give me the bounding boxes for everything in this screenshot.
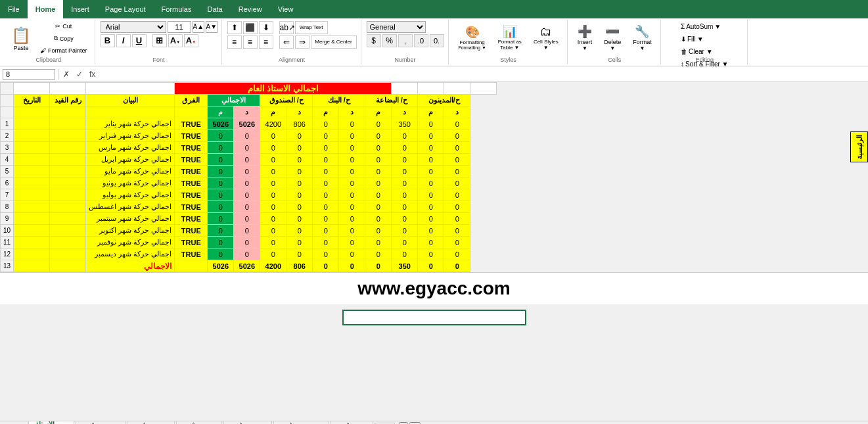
cell-madeenun-d[interactable]: 0 xyxy=(444,166,470,177)
cell-sunduq-d[interactable]: 0 xyxy=(286,177,313,189)
cell-raqm[interactable] xyxy=(50,225,86,237)
cell-ijmali-m[interactable]: 0 xyxy=(208,154,234,166)
cell-bayan[interactable]: اجمالي حركة شهر مايو xyxy=(86,166,175,177)
cell-tarikh[interactable] xyxy=(14,213,50,225)
cell-tarikh[interactable] xyxy=(14,201,50,213)
font-size-decrease-button[interactable]: A▼ xyxy=(206,21,217,33)
cell-bank-d[interactable]: 0 xyxy=(339,130,365,142)
cell-madeenun-m[interactable]: 0 xyxy=(418,213,444,225)
cell-tarikh[interactable] xyxy=(14,118,50,130)
cell-farq[interactable]: TRUE xyxy=(175,189,208,201)
cell-bank-m[interactable]: 0 xyxy=(313,225,339,237)
cell-sunduq-m[interactable]: 4200 xyxy=(260,118,286,130)
cell-farq[interactable]: TRUE xyxy=(175,154,208,166)
table-row[interactable]: 12 اجمالي حركة شهر ديسمبر TRUE 0 0 0 0 0… xyxy=(1,248,497,260)
cell-ijmali-d[interactable]: 0 xyxy=(234,237,260,248)
table-row[interactable]: 3 اجمالي حركة شهر مارس TRUE 0 0 0 0 0 0 … xyxy=(1,142,497,154)
cell-bida3a-m[interactable]: 0 xyxy=(365,154,392,166)
cell-raqm[interactable] xyxy=(50,201,86,213)
cell-bank-d[interactable]: 0 xyxy=(339,213,365,225)
cell-sunduq-m[interactable]: 0 xyxy=(260,154,286,166)
tab-insert[interactable]: Insert xyxy=(63,0,97,18)
cell-farq[interactable]: TRUE xyxy=(175,225,208,237)
format-painter-button[interactable]: 🖌 Format Painter xyxy=(37,45,91,56)
cell-madeenun-d[interactable]: 0 xyxy=(444,118,470,130)
cell-madeenun-d[interactable]: 0 xyxy=(444,177,470,189)
cell-sunduq-m[interactable]: 0 xyxy=(260,142,286,154)
tab-file[interactable]: File xyxy=(0,0,28,18)
cell-ijmali-d[interactable]: 5026 xyxy=(234,118,260,130)
cell-bida3a-d[interactable]: 0 xyxy=(392,225,418,237)
table-row[interactable]: 11 اجمالي حركة شهر نوفمبر TRUE 0 0 0 0 0… xyxy=(1,237,497,248)
cell-farq[interactable]: TRUE xyxy=(175,130,208,142)
align-middle-button[interactable]: ⬛ xyxy=(243,21,258,34)
sheet-tab-شهر-ديسمبر[interactable]: شهر ديسمبر xyxy=(76,421,126,424)
cell-bayan[interactable]: اجمالي حركة شهر يناير xyxy=(86,118,175,130)
align-right-button[interactable]: ≡ xyxy=(259,35,273,49)
cell-bida3a-m[interactable]: 0 xyxy=(365,248,392,260)
cell-ijmali-m[interactable]: 0 xyxy=(208,213,234,225)
cell-ijmali-m[interactable]: 0 xyxy=(208,189,234,201)
cell-raqm[interactable] xyxy=(50,213,86,225)
cell-bank-d[interactable]: 0 xyxy=(339,201,365,213)
table-row[interactable]: 4 اجمالي حركة شهر ابريل TRUE 0 0 0 0 0 0… xyxy=(1,154,497,166)
cell-sunduq-d[interactable]: 0 xyxy=(286,201,313,213)
cell-sunduq-m[interactable]: 0 xyxy=(260,177,286,189)
name-box[interactable] xyxy=(3,69,55,80)
cell-bayan[interactable]: اجمالي حركة شهر ديسمبر xyxy=(86,248,175,260)
copy-button[interactable]: ⧉ Copy xyxy=(37,33,91,44)
table-row[interactable]: 10 اجمالي حركة شهر اكتوبر TRUE 0 0 0 0 0… xyxy=(1,225,497,237)
cell-bayan[interactable]: اجمالي حركة شهر ابريل xyxy=(86,154,175,166)
cell-madeenun-d[interactable]: 0 xyxy=(444,189,470,201)
cell-madeenun-d[interactable]: 0 xyxy=(444,213,470,225)
conditional-formatting-button[interactable]: 🎨 Formatting Formatting ▼ xyxy=(454,23,491,52)
cell-madeenun-d[interactable]: 0 xyxy=(444,154,470,166)
clear-button[interactable]: 🗑Clear ▼ xyxy=(677,46,716,57)
cell-madeenun-m[interactable]: 0 xyxy=(418,118,444,130)
fill-button[interactable]: ⬇Fill▼ xyxy=(677,34,707,45)
cell-madeenun-m[interactable]: 0 xyxy=(418,166,444,177)
comma-button[interactable]: , xyxy=(398,34,413,47)
cell-raqm[interactable] xyxy=(50,130,86,142)
cell-madeenun-m[interactable]: 0 xyxy=(418,130,444,142)
cell-sunduq-m[interactable]: 0 xyxy=(260,225,286,237)
cell-bida3a-d[interactable]: 0 xyxy=(392,177,418,189)
cell-bank-m[interactable]: 0 xyxy=(313,201,339,213)
cell-bank-d[interactable]: 0 xyxy=(339,154,365,166)
format-button[interactable]: 🔧 Format ▼ xyxy=(628,22,656,53)
tab-view[interactable]: View xyxy=(270,0,302,18)
paste-button[interactable]: 📋 Paste xyxy=(7,24,35,53)
cell-ijmali-m[interactable]: 0 xyxy=(208,225,234,237)
format-as-table-button[interactable]: 📊 Format as Table ▼ xyxy=(493,22,526,53)
formula-input[interactable] xyxy=(100,70,865,78)
cell-bank-d[interactable]: 0 xyxy=(339,189,365,201)
number-format-select[interactable]: General xyxy=(367,21,426,33)
cell-bank-m[interactable]: 0 xyxy=(313,237,339,248)
cell-raqm[interactable] xyxy=(50,142,86,154)
cell-bayan[interactable]: اجمالي حركة شهر فبراير xyxy=(86,130,175,142)
cell-bank-d[interactable]: 0 xyxy=(339,142,365,154)
table-row[interactable]: 5 اجمالي حركة شهر مايو TRUE 0 0 0 0 0 0 … xyxy=(1,166,497,177)
cell-raqm[interactable] xyxy=(50,154,86,166)
table-row[interactable]: 7 اجمالي حركة شهر يوليو TRUE 0 0 0 0 0 0… xyxy=(1,189,497,201)
cell-sunduq-m[interactable]: 0 xyxy=(260,213,286,225)
autosum-button[interactable]: ΣAutoSum▼ xyxy=(677,21,724,32)
cell-bank-m[interactable]: 0 xyxy=(313,213,339,225)
cell-bida3a-m[interactable]: 0 xyxy=(365,166,392,177)
cell-bank-m[interactable]: 0 xyxy=(313,118,339,130)
cell-bida3a-d[interactable]: 0 xyxy=(392,130,418,142)
cell-tarikh[interactable] xyxy=(14,237,50,248)
font-size-increase-button[interactable]: A▲ xyxy=(193,21,204,33)
cell-sunduq-d[interactable]: 0 xyxy=(286,225,313,237)
align-center-button[interactable]: ≡ xyxy=(243,35,258,49)
sheet-tab-شهر-نوفمبر[interactable]: شهر نوفمبر xyxy=(127,421,175,424)
table-row[interactable]: 6 اجمالي حركة شهر يونيو TRUE 0 0 0 0 0 0… xyxy=(1,177,497,189)
cell-bank-m[interactable]: 0 xyxy=(313,154,339,166)
cell-ijmali-d[interactable]: 0 xyxy=(234,225,260,237)
cell-raqm[interactable] xyxy=(50,166,86,177)
cell-bank-d[interactable]: 0 xyxy=(339,237,365,248)
cell-farq[interactable]: TRUE xyxy=(175,201,208,213)
cell-bida3a-m[interactable]: 0 xyxy=(365,118,392,130)
increase-decimal-button[interactable]: .0 xyxy=(414,34,428,47)
cell-bank-d[interactable]: 0 xyxy=(339,118,365,130)
